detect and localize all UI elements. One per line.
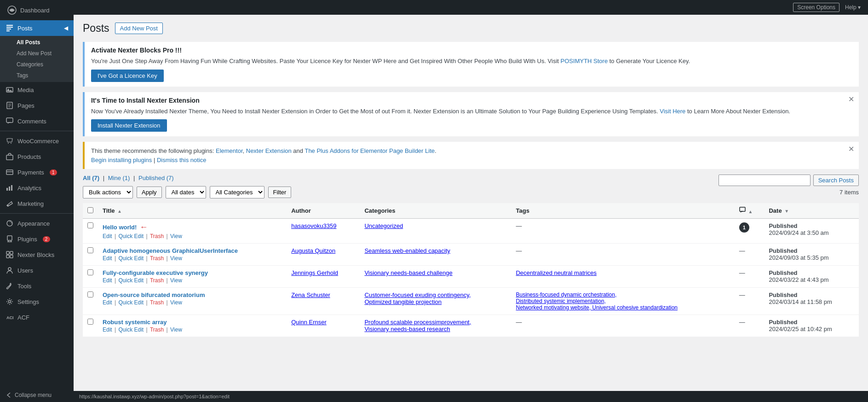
- comment-count-1[interactable]: 1: [739, 222, 749, 233]
- category-link-5-1[interactable]: Profound scalable processimprovement,: [364, 319, 471, 326]
- quick-edit-link-1[interactable]: Quick Edit: [118, 233, 144, 239]
- quick-edit-link-2[interactable]: Quick Edit: [118, 255, 144, 262]
- plus-addons-link[interactable]: The Plus Addons for Elementor Page Build…: [305, 147, 435, 154]
- sidebar-sub-add-new[interactable]: Add New Post: [0, 48, 74, 59]
- trash-link-2[interactable]: Trash: [150, 255, 164, 262]
- plugin-notice-dismiss[interactable]: ✕: [848, 146, 854, 153]
- sidebar-item-products[interactable]: Products: [0, 149, 74, 164]
- category-link-4-1[interactable]: Customer-focused exuding contingency,: [364, 291, 471, 298]
- sidebar-item-analytics[interactable]: Analytics: [0, 180, 74, 196]
- category-link-4-2[interactable]: Optimized tangible projection: [364, 298, 442, 305]
- author-link-2[interactable]: Augusta Quitzon: [291, 247, 335, 254]
- sidebar-item-media[interactable]: Media: [0, 82, 74, 98]
- post-title-link-3[interactable]: Fully-configurable executive synergy: [103, 269, 208, 276]
- help-btn[interactable]: Help ▾: [845, 4, 861, 11]
- tag-link-3-1[interactable]: Decentralized neutral matrices: [516, 269, 597, 276]
- view-link-2[interactable]: View: [170, 255, 182, 262]
- sidebar-sub-all-posts[interactable]: All Posts: [0, 37, 74, 48]
- row-2-checkbox[interactable]: [87, 247, 93, 253]
- install-nexter-btn[interactable]: Install Nexter Extension: [91, 119, 167, 132]
- sidebar-item-users[interactable]: Users: [0, 262, 74, 278]
- products-icon: [6, 152, 14, 161]
- search-posts-input[interactable]: [719, 175, 811, 186]
- row-4-checkbox[interactable]: [87, 291, 93, 297]
- notice-extension-dismiss[interactable]: ✕: [848, 96, 854, 103]
- sidebar-item-plugins[interactable]: Plugins 2: [0, 231, 74, 247]
- sidebar-item-appearance[interactable]: Appearance: [0, 216, 74, 231]
- posimyth-link[interactable]: POSIMYTH Store: [561, 58, 608, 64]
- dashboard-menu-item[interactable]: Dashboard: [20, 7, 50, 14]
- apply-btn[interactable]: Apply: [137, 186, 162, 198]
- author-link-4[interactable]: Zena Schuster: [291, 291, 330, 298]
- sidebar-sub-categories[interactable]: Categories: [0, 59, 74, 70]
- category-link-3-1[interactable]: Visionary needs-based challenge: [364, 269, 452, 276]
- trash-link-1[interactable]: Trash: [150, 233, 164, 239]
- view-link-5[interactable]: View: [170, 326, 182, 333]
- dismiss-notice-link[interactable]: Dismiss this notice: [157, 157, 207, 163]
- dates-select[interactable]: All dates: [166, 186, 206, 198]
- author-link-3[interactable]: Jennings Gerhold: [291, 269, 338, 276]
- post-title-link-2[interactable]: Adaptive homogeneous GraphicalUserInterf…: [103, 247, 238, 254]
- edit-link-5[interactable]: Edit: [103, 326, 112, 333]
- category-link-1-1[interactable]: Uncategorized: [364, 222, 403, 229]
- sidebar-logo[interactable]: Dashboard: [0, 0, 74, 20]
- quick-edit-link-5[interactable]: Quick Edit: [118, 326, 144, 333]
- author-link-1[interactable]: hasasovoku3359: [291, 222, 336, 229]
- post-title-link-5[interactable]: Robust systemic array: [103, 319, 167, 326]
- tag-link-4-2[interactable]: Distributed systemic implementation,: [516, 298, 605, 304]
- view-link-4[interactable]: View: [170, 299, 182, 306]
- sidebar-item-woocommerce[interactable]: WooCommerce: [0, 133, 74, 149]
- sidebar-item-acf[interactable]: ACF ACF: [0, 309, 74, 325]
- visit-here-link[interactable]: Visit Here: [660, 108, 685, 115]
- collapse-menu[interactable]: Collapse menu: [0, 388, 74, 402]
- row-3-checkbox[interactable]: [87, 269, 93, 275]
- sidebar-sub-tags[interactable]: Tags: [0, 70, 74, 81]
- categories-select[interactable]: All Categories: [210, 186, 264, 198]
- trash-link-5[interactable]: Trash: [150, 326, 164, 333]
- sidebar-item-pages[interactable]: Pages: [0, 98, 74, 113]
- sidebar-item-tools[interactable]: Tools: [0, 278, 74, 294]
- begin-installing-link[interactable]: Begin installing plugins: [91, 157, 152, 163]
- trash-link-3[interactable]: Trash: [150, 277, 164, 284]
- quick-edit-link-3[interactable]: Quick Edit: [118, 277, 144, 284]
- sidebar-item-settings[interactable]: Settings: [0, 294, 74, 309]
- date-sort-arrow[interactable]: ▼: [784, 209, 789, 214]
- tag-link-4-3[interactable]: Networked motivating website, Universal …: [516, 304, 678, 311]
- filter-all[interactable]: All (7): [83, 175, 99, 181]
- nexter-extension-link[interactable]: Nexter Extension: [246, 147, 292, 154]
- select-all-checkbox[interactable]: [87, 207, 93, 213]
- sidebar-item-marketing[interactable]: Marketing: [0, 196, 74, 211]
- edit-link-3[interactable]: Edit: [103, 277, 112, 284]
- category-link-5-2[interactable]: Visionary needs-based research: [364, 326, 450, 332]
- filter-published[interactable]: Published (7): [138, 175, 174, 181]
- edit-link-4[interactable]: Edit: [103, 299, 112, 306]
- view-link-3[interactable]: View: [170, 277, 182, 284]
- got-licence-btn[interactable]: I've Got a Licence Key: [91, 70, 164, 82]
- screen-options-btn[interactable]: Screen Options: [793, 3, 839, 12]
- category-link-2-1[interactable]: Seamless web-enabled capacity: [364, 247, 450, 254]
- col-comments[interactable]: ▲: [735, 203, 765, 219]
- comments-sort[interactable]: ▲: [748, 209, 753, 214]
- search-posts-btn[interactable]: Search Posts: [813, 175, 859, 186]
- row-1-checkbox[interactable]: [87, 222, 93, 228]
- trash-link-4[interactable]: Trash: [150, 299, 164, 306]
- row-5-checkbox[interactable]: [87, 319, 93, 325]
- view-link-1[interactable]: View: [170, 233, 182, 239]
- filter-mine[interactable]: Mine (1): [108, 175, 130, 181]
- tag-link-4-1[interactable]: Business-focused dynamic orchestration,: [516, 291, 616, 298]
- add-new-post-btn[interactable]: Add New Post: [115, 23, 163, 34]
- elementor-link[interactable]: Elementor: [216, 147, 243, 154]
- edit-link-1[interactable]: Edit: [103, 233, 112, 239]
- sidebar-item-posts[interactable]: Posts ◀: [0, 20, 74, 36]
- quick-edit-link-4[interactable]: Quick Edit: [118, 299, 144, 306]
- post-title-link-4[interactable]: Open-source bifurcated moratorium: [103, 291, 205, 298]
- author-link-5[interactable]: Quinn Ernser: [291, 319, 327, 326]
- post-title-link-1[interactable]: Hello world!: [103, 224, 137, 231]
- filter-btn[interactable]: Filter: [268, 186, 292, 198]
- bulk-actions-select[interactable]: Bulk actions: [83, 186, 133, 198]
- sidebar-item-nexter-blocks[interactable]: Nexter Blocks: [0, 247, 74, 262]
- edit-link-2[interactable]: Edit: [103, 255, 112, 262]
- title-sort-arrow[interactable]: ▲: [117, 209, 122, 214]
- sidebar-item-payments[interactable]: Payments 1: [0, 164, 74, 180]
- sidebar-item-comments[interactable]: Comments: [0, 113, 74, 129]
